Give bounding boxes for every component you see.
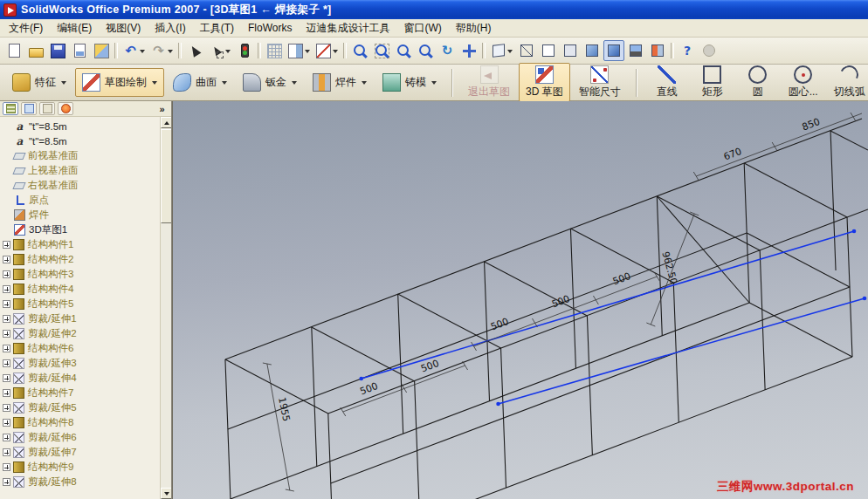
standard-views-icon[interactable] [488,40,515,61]
cmd-rectangle-button[interactable]: 矩形 [691,63,734,102]
tree-item[interactable]: 结构构件3 [0,267,160,282]
dimension-label[interactable]: 1955 [276,396,293,422]
selected-sketch-lines[interactable] [362,231,865,404]
redo-icon[interactable] [148,40,176,61]
tree-scrollbar[interactable] [160,117,171,499]
cmd-weldments-button[interactable]: 焊件 [306,68,374,97]
tree-item[interactable]: 3D草图1 [0,222,160,237]
selection-filter-icon[interactable] [206,40,233,61]
tree-item[interactable]: 结构构件8 [0,415,160,430]
dimension-label[interactable]: 500 [611,270,632,288]
expander-plus-icon[interactable] [3,463,10,471]
expander-plus-icon[interactable] [3,374,10,382]
cmd-sheetmetal-button[interactable]: 钣金 [236,68,304,97]
graphics-area[interactable]: 670 850 962.50 1955 500 500 500 500 500 … [172,101,868,499]
shaded-icon[interactable] [603,40,624,61]
tree-item[interactable]: 前视基准面 [0,148,160,163]
tree-item[interactable]: 结构构件1 [0,237,160,252]
menu-view[interactable]: 视图(V) [99,19,148,38]
tree-item[interactable]: 上视基准面 [0,163,160,178]
viewport-canvas[interactable]: 670 850 962.50 1955 500 500 500 500 500 [173,101,868,499]
menu-tools[interactable]: 工具(T) [193,19,241,38]
rotate-view-icon[interactable] [437,40,458,61]
tree-item[interactable]: 剪裁/延伸1 [0,311,160,326]
cross-members[interactable] [225,163,852,414]
new-document-icon[interactable] [3,40,24,61]
addin-tab[interactable] [58,102,73,115]
cmd-line-button[interactable]: 直线 [645,63,689,102]
cmd-centerpoint-arc-button[interactable]: 圆心... [782,63,825,102]
tree-item[interactable]: 结构构件7 [0,386,160,400]
tree-item[interactable]: 剪裁/延伸2 [0,326,160,341]
tree-item[interactable]: 剪裁/延伸3 [0,356,160,371]
menu-edit[interactable]: 编辑(E) [50,19,99,38]
menu-insert[interactable]: 插入(I) [148,19,192,38]
scrollbar-thumb[interactable] [161,129,172,223]
save-icon[interactable] [47,40,68,61]
cmd-surfaces-button[interactable]: 曲面 [166,68,234,97]
shaded-with-edges-icon[interactable] [582,40,603,61]
configurationmanager-tab[interactable] [39,102,55,115]
help-icon[interactable] [677,40,698,61]
make-drawing-icon[interactable] [69,40,90,61]
menu-file[interactable]: 文件(F) [2,19,50,38]
pan-view-icon[interactable] [458,40,479,61]
sketch-geometry[interactable] [225,119,868,499]
tree-item[interactable]: 结构构件4 [0,282,160,297]
sketch-settings-icon[interactable] [313,40,341,61]
menu-floworks[interactable]: FloWorks [241,20,299,36]
make-assembly-icon[interactable] [91,40,112,61]
dimension-label[interactable]: 500 [550,293,571,311]
posts-back-frame[interactable] [225,163,749,499]
scroll-up-icon[interactable] [161,117,172,128]
tree-item[interactable]: 焊件 [0,208,160,222]
undo-icon[interactable] [121,40,148,61]
cmd-sketch-button[interactable]: 草图绘制 [75,68,164,97]
open-document-icon[interactable] [25,40,46,61]
rails-front-frame[interactable] [328,217,852,499]
tree-item[interactable]: 剪裁/延伸8 [0,475,160,489]
expander-plus-icon[interactable] [3,330,10,338]
expander-plus-icon[interactable] [3,404,10,412]
tree-item[interactable]: 结构构件9 [0,460,160,475]
expander-plus-icon[interactable] [3,270,10,278]
tree-item[interactable]: "t"=8.5m [0,119,160,133]
cmd-circle-button[interactable]: 圆 [736,63,780,102]
menu-maidi-tools[interactable]: 迈迪集成设计工具 [299,19,396,38]
dimension-label[interactable]: 850 [801,116,822,133]
tree-item[interactable]: "t"=8.5m [0,133,160,148]
tree-item[interactable]: 原点 [0,193,160,208]
wireframe-icon[interactable] [516,40,537,61]
expander-plus-icon[interactable] [3,241,10,249]
menu-help[interactable]: 帮助(H) [449,19,499,38]
expander-plus-icon[interactable] [3,345,10,352]
expander-plus-icon[interactable] [3,478,10,486]
expander-plus-icon[interactable] [3,419,10,427]
dimension-label[interactable]: 670 [722,146,743,163]
tree-item[interactable]: 剪裁/延伸7 [0,445,160,460]
featuremanager-tab[interactable] [3,102,18,115]
section-view-icon[interactable] [647,40,668,61]
expander-plus-icon[interactable] [3,389,10,397]
select-icon[interactable] [184,40,205,61]
posts-front-frame[interactable] [328,217,852,499]
expander-plus-icon[interactable] [3,285,10,293]
tree-item[interactable]: 结构构件5 [0,297,160,311]
dimension-label[interactable]: 500 [489,316,510,333]
expander-plus-icon[interactable] [3,300,10,308]
zoom-fit-icon[interactable] [349,40,370,61]
cmd-exit-sketch-button[interactable]: 退出草图 [461,63,517,102]
dimension-label[interactable]: 962.50 [659,250,679,286]
scroll-down-icon[interactable] [161,488,172,499]
cmd-3d-sketch-button[interactable]: 3D 草图 [519,63,570,102]
cmd-mold-button[interactable]: 铸模 [375,68,444,97]
rebuild-icon[interactable] [234,40,255,61]
sketch-grid-icon[interactable] [264,40,285,61]
expander-plus-icon[interactable] [3,448,10,456]
cmd-tangent-arc-button[interactable]: 切线弧 [827,63,868,102]
hidden-lines-removed-icon[interactable] [560,40,581,61]
tree-item[interactable]: 右视基准面 [0,178,160,193]
expander-plus-icon[interactable] [3,315,10,323]
display-settings-icon[interactable] [286,40,313,61]
selected-sketch-line[interactable] [499,298,865,404]
